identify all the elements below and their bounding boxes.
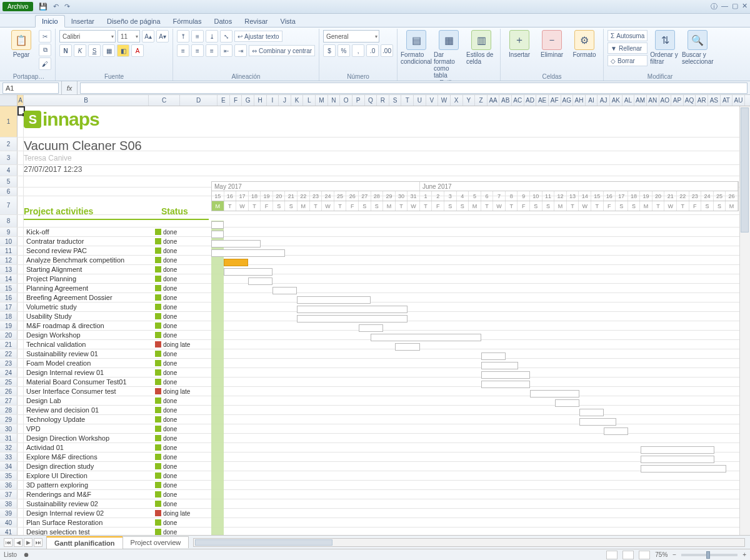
align-top-icon[interactable]: ⤒ [177,30,189,42]
row-header[interactable]: 3 [0,151,18,164]
column-header[interactable]: AR [696,95,708,106]
grow-font-icon[interactable]: A▴ [142,30,154,42]
currency-icon[interactable]: $ [323,44,336,57]
column-header[interactable]: J [279,95,291,106]
column-header[interactable]: W [438,95,451,106]
font-name-combo[interactable]: Calibri [59,30,116,42]
row-header[interactable]: 5 [0,176,18,187]
row-header[interactable]: 29 [0,415,18,424]
column-header[interactable]: AN [647,95,659,106]
align-right-icon[interactable]: ≡ [206,44,218,57]
border-icon[interactable]: ▦ [102,44,115,57]
column-header[interactable]: AM [634,95,647,106]
column-header[interactable]: AI [586,95,598,106]
row-header[interactable]: 24 [0,368,18,377]
ribbon-tab[interactable]: Inicio [35,15,65,28]
row-header[interactable]: 34 [0,462,18,471]
sheet-tab-overview[interactable]: Project overview [122,536,189,548]
column-header[interactable]: B [24,95,149,106]
align-center-icon[interactable]: ≡ [191,44,204,57]
cell-styles-button[interactable]: ▥Estilos de celda [466,30,496,65]
dec-decimal-icon[interactable]: .00 [381,44,393,57]
row-header[interactable]: 11 [0,246,18,255]
row-header[interactable]: 10 [0,237,18,246]
clear-button[interactable]: ◇ Borrar [608,55,648,66]
minimize-icon[interactable]: — [721,2,728,11]
select-all-corner[interactable] [0,95,18,106]
align-middle-icon[interactable]: ≡ [191,30,204,42]
row-header[interactable]: 19 [0,321,18,330]
column-header[interactable]: AF [549,95,561,106]
column-header[interactable]: N [328,95,341,106]
font-color-icon[interactable]: A [131,44,144,57]
sheet-next-icon[interactable]: ▶ [24,538,32,547]
find-select-button[interactable]: 🔍Buscar y seleccionar [682,30,712,65]
column-header[interactable]: AO [659,95,672,106]
row-header[interactable]: 18 [0,312,18,321]
font-size-combo[interactable]: 11 [118,30,140,42]
format-painter-icon[interactable]: 🖌 [39,58,51,70]
row-header[interactable]: 13 [0,265,18,274]
column-header[interactable]: AJ [598,95,610,106]
row-header[interactable]: 37 [0,490,18,499]
column-header[interactable]: Y [463,95,476,106]
row-header[interactable]: 25 [0,378,18,386]
row-header[interactable]: 1 [0,106,18,137]
number-format-combo[interactable]: General [323,30,379,42]
column-header[interactable]: AD [524,95,537,106]
help-icon[interactable]: ⓘ [711,2,718,11]
row-header[interactable]: 17 [0,302,18,311]
save-icon[interactable]: 💾 [39,2,48,10]
column-header[interactable]: AS [708,95,721,106]
sheet-last-icon[interactable]: ⏭ [34,538,42,547]
maximize-icon[interactable]: ▢ [732,2,738,11]
column-header[interactable]: M [316,95,328,106]
column-header[interactable]: O [340,95,352,106]
column-header[interactable]: AQ [684,95,696,106]
row-header[interactable]: 40 [0,518,18,527]
indent-dec-icon[interactable]: ⇤ [220,44,232,57]
row-header[interactable]: 6 [0,188,18,196]
format-table-button[interactable]: ▦Dar formato como tabla [434,30,464,79]
sheet-prev-icon[interactable]: ◀ [14,538,22,547]
horizontal-scrollbar[interactable] [193,538,745,547]
row-header[interactable]: 30 [0,424,18,433]
column-header[interactable]: H [254,95,267,106]
sort-filter-button[interactable]: ⇅Ordenar y filtrar [650,30,680,65]
insert-cells-button[interactable]: ＋Insertar [504,30,534,58]
row-header[interactable]: 2 [0,138,18,151]
row-header[interactable]: 4 [0,165,18,176]
column-header[interactable]: AB [499,95,512,106]
column-header[interactable]: E [218,95,230,106]
shrink-font-icon[interactable]: A▾ [156,30,169,42]
close-icon[interactable]: ✕ [742,2,748,11]
formula-input[interactable] [80,82,748,94]
column-header[interactable]: T [401,95,414,106]
sheet-first-icon[interactable]: ⏮ [4,538,12,547]
column-header[interactable]: K [291,95,304,106]
align-left-icon[interactable]: ≡ [177,44,189,57]
file-button[interactable]: Archivo [2,2,33,11]
italic-icon[interactable]: K [74,44,86,57]
row-header[interactable]: 26 [0,387,18,396]
column-header[interactable]: S [389,95,402,106]
row-header[interactable]: 16 [0,293,18,302]
percent-icon[interactable]: % [338,44,350,57]
cut-icon[interactable]: ✂ [39,30,51,42]
column-header[interactable]: AC [512,95,524,106]
format-cells-button[interactable]: ⚙Formato [569,30,599,58]
comma-icon[interactable]: , [352,44,364,57]
row-header[interactable]: 14 [0,274,18,283]
ribbon-tab[interactable]: Diseño de página [101,16,167,27]
row-header[interactable]: 41 [0,528,18,535]
column-header[interactable]: A [18,95,24,106]
scroll-thumb[interactable] [195,539,332,546]
column-header[interactable]: AL [622,95,635,106]
column-header[interactable]: X [451,95,463,106]
column-header[interactable]: AE [536,95,549,106]
column-header[interactable]: U [414,95,426,106]
row-header[interactable]: 7 [0,196,18,214]
row-header[interactable]: 15 [0,284,18,292]
orientation-icon[interactable]: ⤡ [220,30,232,42]
column-header[interactable]: Q [365,95,378,106]
